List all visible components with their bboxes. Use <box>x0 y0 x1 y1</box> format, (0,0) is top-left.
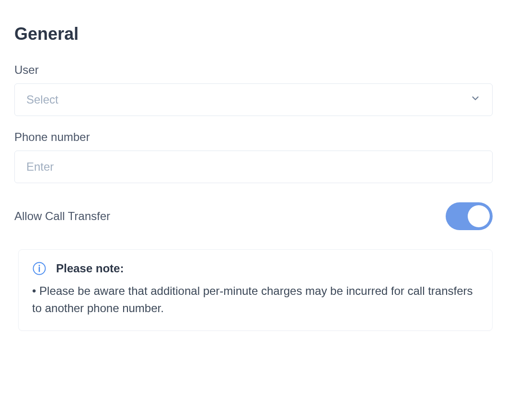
call-transfer-row: Allow Call Transfer <box>14 202 493 230</box>
info-note-box: Please note: • Please be aware that addi… <box>18 249 493 331</box>
toggle-knob <box>468 205 490 227</box>
user-select-placeholder: Select <box>26 93 58 106</box>
note-body: • Please be aware that additional per-mi… <box>32 282 479 317</box>
user-select[interactable]: Select <box>14 83 493 116</box>
phone-field-label: Phone number <box>14 130 493 144</box>
call-transfer-toggle[interactable] <box>446 202 493 230</box>
svg-point-2 <box>39 265 40 266</box>
user-select-wrapper: Select <box>14 83 493 116</box>
phone-field-group: Phone number <box>14 130 493 183</box>
chevron-down-icon <box>470 93 481 106</box>
section-title: General <box>14 24 493 44</box>
note-header: Please note: <box>32 261 479 276</box>
call-transfer-label: Allow Call Transfer <box>14 210 110 223</box>
user-field-group: User Select <box>14 63 493 116</box>
note-title: Please note: <box>56 262 124 275</box>
info-icon <box>32 261 46 276</box>
phone-input[interactable] <box>14 151 493 183</box>
user-field-label: User <box>14 63 493 77</box>
